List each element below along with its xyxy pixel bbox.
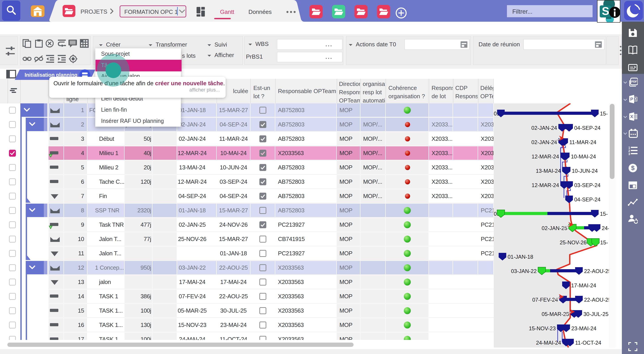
svg-text:15-NOV-23: 15-NOV-23 (529, 325, 556, 331)
svg-text:03-JAN-22: 03-JAN-22 (511, 268, 537, 274)
svg-text:13-MAI-24: 13-MAI-24 (536, 168, 561, 174)
svg-text:11-MAR-24: 11-MAR-24 (569, 139, 596, 145)
svg-text:25-NOV-26: 25-NOV-26 (560, 239, 586, 245)
svg-text:X: X (630, 114, 633, 119)
svg-text:3: 3 (628, 152, 630, 156)
svg-text:12-MAR-24: 12-MAR-24 (532, 182, 559, 188)
svg-text:10-JUN-24: 10-JUN-24 (572, 168, 598, 174)
svg-text:24-N: 24-N (602, 225, 609, 231)
svg-text:01-JAN-18: 01-JAN-18 (508, 254, 533, 260)
svg-text:30-JUL-25: 30-JUL-25 (584, 311, 608, 317)
svg-text:10-MAI-24: 10-MAI-24 (571, 154, 596, 160)
svg-text:P: P (630, 97, 633, 102)
svg-text:02-JAN-24: 02-JAN-24 (531, 125, 557, 131)
svg-text:22-AOU-25: 22-AOU-25 (584, 268, 609, 274)
svg-text:$: $ (631, 164, 634, 171)
svg-text:15-: 15- (600, 239, 608, 245)
svg-text:17-MAI-24: 17-MAI-24 (571, 282, 596, 288)
svg-text:PDF: PDF (631, 80, 637, 83)
svg-text:04-SEP-24: 04-SEP-24 (574, 125, 600, 131)
svg-text:02-JAN-24: 02-JAN-24 (531, 139, 557, 145)
svg-text:03-SEP-24: 03-SEP-24 (574, 182, 600, 188)
svg-text:12-MAR-24: 12-MAR-24 (532, 154, 559, 160)
svg-text:24-MAI-24: 24-MAI-24 (536, 340, 561, 346)
svg-text:15-: 15- (600, 211, 608, 217)
svg-text:22-AOU-25: 22-AOU-25 (584, 297, 609, 303)
svg-text:04-SEP-24: 04-SEP-24 (574, 196, 600, 202)
svg-text:S: S (602, 5, 609, 18)
svg-text:15-: 15- (600, 111, 608, 117)
svg-text:23-MAI-24: 23-MAI-24 (571, 325, 596, 331)
svg-text:11-OCT-24: 11-OCT-24 (575, 340, 601, 346)
svg-text:02-JAN-25: 02-JAN-25 (542, 225, 567, 231)
